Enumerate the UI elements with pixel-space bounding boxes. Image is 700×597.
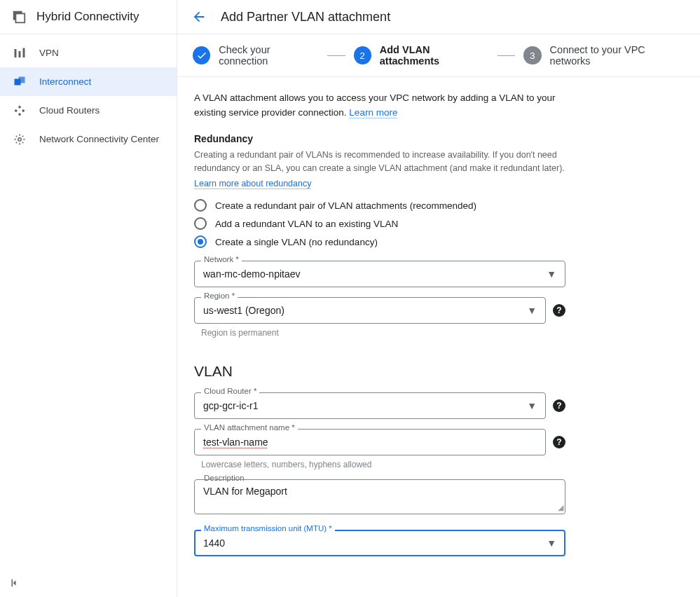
redundancy-heading: Redundancy: [194, 133, 683, 144]
sidebar-nav: VPN Interconnect Cloud Routers Network C…: [0, 34, 177, 153]
radio-single-vlan[interactable]: Create a single VLAN (no redundancy): [194, 235, 683, 248]
svg-rect-6: [19, 76, 25, 83]
collapse-sidebar-button[interactable]: [8, 577, 21, 591]
main-header: Add Partner VLAN attachment: [177, 0, 700, 34]
step-divider: [497, 55, 515, 56]
sidebar-item-cloud-routers[interactable]: Cloud Routers: [0, 96, 177, 125]
mtu-field: Maximum transmission unit (MTU) * 1440 ▼: [194, 530, 565, 556]
field-value: wan-mc-demo-npitaev: [203, 268, 547, 280]
radio-label: Create a single VLAN (no redundancy): [215, 237, 378, 247]
field-label: Network *: [201, 255, 242, 263]
help-icon[interactable]: ?: [553, 399, 565, 412]
svg-rect-3: [19, 51, 21, 57]
nav-label: Network Connectivity Center: [39, 134, 159, 144]
field-label: VLAN attachment name *: [201, 423, 298, 432]
step-label: Add VLAN attachments: [380, 44, 489, 67]
redundancy-radio-group: Create a redundant pair of VLAN attachme…: [194, 199, 683, 248]
help-icon[interactable]: ?: [553, 436, 565, 448]
nav-label: VPN: [39, 48, 59, 58]
check-icon: [193, 46, 210, 64]
back-button[interactable]: [191, 9, 207, 25]
field-value: us-west1 (Oregon): [203, 305, 527, 316]
network-select[interactable]: wan-mc-demo-npitaev ▼: [194, 261, 565, 287]
field-value: gcp-gcr-ic-r1: [203, 400, 527, 411]
redundancy-section: Redundancy Creating a redundant pair of …: [194, 133, 683, 248]
back-arrow-icon: [191, 9, 207, 25]
ncc-icon: [11, 133, 28, 146]
radio-redundant-pair[interactable]: Create a redundant pair of VLAN attachme…: [194, 199, 683, 212]
nav-label: Cloud Routers: [39, 105, 99, 116]
logo-icon: [11, 9, 27, 25]
attachment-name-field: VLAN attachment name * test-vlan-name: [194, 429, 546, 455]
vpn-icon: [11, 47, 28, 60]
step-number: 2: [354, 46, 371, 64]
main-panel: Add Partner VLAN attachment Check your c…: [177, 0, 700, 597]
step-2[interactable]: 2 Add VLAN attachments: [354, 44, 490, 67]
cloud-router-field: Cloud Router * gcp-gcr-ic-r1 ▼: [194, 392, 546, 419]
sidebar-item-interconnect[interactable]: Interconnect: [0, 67, 177, 96]
description-field: Description VLAN for Megaport ◢: [194, 479, 565, 514]
step-divider: [327, 55, 345, 56]
learn-more-redundancy-link[interactable]: Learn more about redundancy: [194, 179, 311, 189]
routers-icon: [11, 104, 28, 117]
radio-label: Create a redundant pair of VLAN attachme…: [215, 200, 476, 211]
mtu-select[interactable]: 1440 ▼: [194, 530, 565, 556]
svg-point-7: [18, 137, 22, 141]
description-textarea[interactable]: VLAN for Megaport ◢: [194, 479, 565, 514]
step-1[interactable]: Check your connection: [193, 44, 319, 67]
field-label: Region *: [201, 291, 238, 300]
svg-rect-2: [15, 49, 17, 57]
radio-add-redundant[interactable]: Add a redundant VLAN to an existing VLAN: [194, 217, 683, 230]
product-title: Hybrid Connectivity: [36, 10, 139, 24]
svg-rect-4: [23, 48, 25, 57]
learn-more-link[interactable]: Learn more: [349, 107, 397, 118]
region-helper: Region is permanent: [201, 328, 572, 338]
sidebar-item-vpn[interactable]: VPN: [0, 39, 177, 67]
help-icon[interactable]: ?: [553, 304, 565, 317]
form-area: A VLAN attachment allows you to access y…: [177, 77, 700, 597]
sidebar-header: Hybrid Connectivity: [0, 0, 177, 34]
field-value: test-vlan-name: [203, 437, 537, 448]
field-label: Maximum transmission unit (MTU) *: [201, 524, 335, 533]
stepper: Check your connection 2 Add VLAN attachm…: [177, 34, 700, 77]
step-number: 3: [523, 46, 541, 64]
chevron-down-icon: ▼: [527, 400, 537, 411]
radio-label: Add a redundant VLAN to an existing VLAN: [215, 219, 398, 229]
sidebar: Hybrid Connectivity VPN Interconnect Clo…: [0, 0, 177, 597]
sidebar-item-ncc[interactable]: Network Connectivity Center: [0, 125, 177, 153]
chevron-down-icon: ▼: [547, 268, 556, 280]
interconnect-icon: [11, 76, 28, 88]
svg-rect-1: [15, 13, 25, 22]
page-title: Add Partner VLAN attachment: [221, 10, 390, 25]
chevron-down-icon: ▼: [527, 305, 537, 316]
radio-icon: [194, 217, 207, 230]
cloud-router-select[interactable]: gcp-gcr-ic-r1 ▼: [194, 392, 546, 419]
nav-label: Interconnect: [39, 76, 91, 87]
network-field: Network * wan-mc-demo-npitaev ▼: [194, 261, 565, 287]
field-label: Cloud Router *: [201, 387, 259, 395]
svg-rect-8: [12, 579, 13, 587]
radio-icon: [194, 235, 207, 248]
redundancy-helper: Creating a redundant pair of VLANs is re…: [194, 149, 586, 175]
step-3[interactable]: 3 Connect to your VPC networks: [523, 44, 685, 67]
chevron-down-icon: ▼: [547, 537, 556, 549]
attachment-name-input[interactable]: test-vlan-name: [194, 429, 546, 455]
intro-text: A VLAN attachment allows you to access y…: [194, 91, 586, 121]
step-label: Connect to your VPC networks: [550, 44, 685, 67]
field-value: 1440: [203, 537, 547, 549]
vlan-section-title: VLAN: [194, 363, 683, 380]
attachment-name-helper: Lowercase letters, numbers, hyphens allo…: [201, 460, 572, 469]
region-field: Region * us-west1 (Oregon) ▼: [194, 297, 546, 324]
region-select[interactable]: us-west1 (Oregon) ▼: [194, 297, 546, 324]
radio-icon: [194, 199, 207, 212]
resize-handle-icon[interactable]: ◢: [558, 503, 563, 512]
step-label: Check your connection: [219, 44, 319, 67]
